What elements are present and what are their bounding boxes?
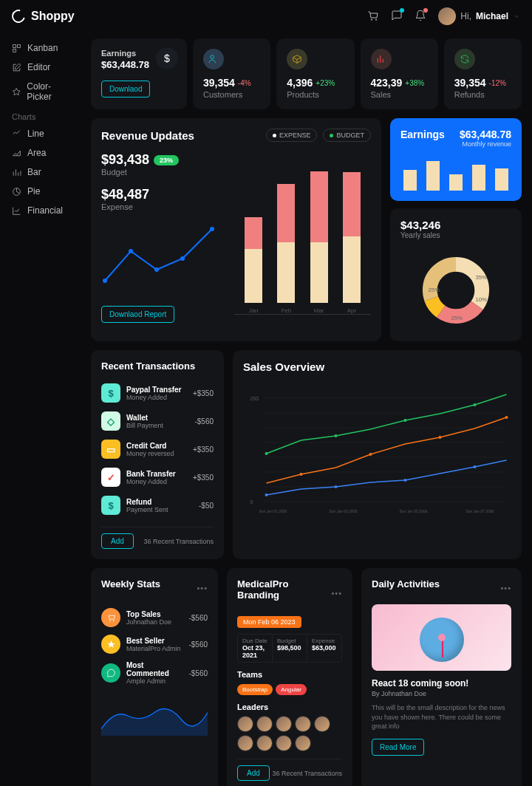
- stat-card-sales: 423,39+38%Sales: [361, 38, 438, 109]
- sidebar-item-pie[interactable]: Pie: [6, 182, 79, 201]
- sidebar-item-color-picker[interactable]: Color-Picker: [6, 77, 79, 106]
- sidebar-item-financial[interactable]: Financial: [6, 201, 79, 220]
- svg-text:0: 0: [250, 499, 253, 505]
- svg-rect-2: [13, 49, 16, 52]
- svg-text:Sun Jan 01 2006: Sun Jan 01 2006: [259, 509, 287, 513]
- teams-header: Teams: [237, 670, 342, 679]
- dollar-icon: $: [156, 47, 178, 69]
- sidebar-section-charts: Charts: [6, 106, 79, 124]
- med-footer: 36 Recent Transactions: [272, 770, 342, 777]
- revenue-bar-chart: JanFebMarApr: [234, 152, 371, 315]
- svg-point-6: [129, 249, 133, 253]
- add-button[interactable]: Add: [237, 765, 270, 781]
- sidebar-item-line[interactable]: Line: [6, 124, 79, 143]
- earn-panel-sub: Monthly revenue: [460, 140, 511, 148]
- weekly-title: Weekly Stats: [101, 578, 160, 590]
- team-badge: Angular: [276, 684, 307, 695]
- svg-text:Sun Jan 07 2006: Sun Jan 07 2006: [466, 509, 494, 513]
- brand-name: Shoppy: [31, 10, 75, 23]
- more-icon[interactable]: •••: [331, 589, 342, 598]
- user-name: Michael: [476, 11, 508, 21]
- download-button[interactable]: Downlaod: [101, 81, 150, 98]
- more-icon[interactable]: •••: [197, 584, 208, 592]
- avatar: [438, 7, 456, 25]
- sidebar-item-kanban[interactable]: Kanban: [6, 38, 79, 58]
- svg-point-9: [210, 227, 214, 231]
- read-more-button[interactable]: Read More: [372, 739, 424, 756]
- stat-card-products: 4,396+23%Products: [276, 38, 354, 109]
- transaction-icon: ▭: [101, 440, 120, 459]
- cart-icon[interactable]: [367, 10, 379, 22]
- transaction-item[interactable]: ▭Credit CardMoney reversed+$350: [101, 435, 214, 463]
- med-stat: Budget$98,500: [273, 635, 307, 662]
- legend-expense: EXPENSE: [266, 129, 318, 142]
- svg-point-39: [474, 465, 477, 468]
- transactions-card: Recent Transactions $Paypal TransferMone…: [91, 350, 224, 559]
- transaction-item[interactable]: ✓Bank TransferMoney Added+$350: [101, 463, 214, 491]
- svg-text:35%: 35%: [475, 274, 487, 281]
- weekly-icon: [101, 663, 120, 683]
- leaders-header: Leaders: [237, 703, 342, 711]
- svg-point-29: [335, 434, 338, 437]
- logo-icon: [10, 7, 28, 26]
- daily-author: By Johnathan Doe: [372, 690, 511, 697]
- svg-text:25%: 25%: [429, 287, 440, 293]
- sidebar: KanbanEditorColor-Picker Charts LineArea…: [0, 33, 85, 786]
- budget-value: $93,438: [101, 152, 149, 168]
- daily-description: This will be the small description for t…: [372, 703, 511, 731]
- earnings-panel: Earnings $63,448.78Monthly revenue: [390, 118, 522, 201]
- svg-point-28: [265, 452, 268, 455]
- transaction-icon: $: [101, 496, 120, 515]
- transaction-item[interactable]: $RefundPayment Sent-$50: [101, 491, 214, 519]
- earn-panel-title: Earnings: [400, 129, 445, 140]
- weekly-sparkline: [101, 696, 208, 740]
- add-button[interactable]: Add: [101, 533, 134, 549]
- sales-line-chart: 2600 Sun Jan 01 2006Sun Jan 03 2006Sun J…: [243, 383, 511, 516]
- yearly-label: Yearly sales: [400, 231, 511, 239]
- stat-card-customers: 39,354-4%Customers: [193, 38, 270, 109]
- weekly-item[interactable]: Most CommentedAmple Admin-$560: [101, 657, 208, 688]
- svg-point-34: [439, 436, 442, 439]
- transaction-item[interactable]: $Paypal TransferMoney Added+$350: [101, 379, 214, 407]
- svg-point-8: [180, 256, 185, 261]
- svg-point-35: [505, 416, 508, 419]
- sidebar-item-editor[interactable]: Editor: [6, 58, 79, 77]
- daily-title: Daily Activities: [372, 578, 440, 590]
- stat-icon: [371, 49, 392, 69]
- brand[interactable]: Shoppy: [12, 10, 75, 23]
- earn-panel-value: $63,448.78: [460, 129, 511, 140]
- stat-icon: [287, 49, 307, 69]
- transaction-item[interactable]: ◇WalletBill Payment-$560: [101, 407, 214, 435]
- transactions-footer: 36 Recent Transactions: [143, 538, 214, 545]
- stat-icon: [454, 49, 475, 69]
- weekly-stats-card: Weekly Stats••• Top SalesJohnathan Doe-$…: [91, 568, 218, 786]
- med-title: MedicalPro Branding: [237, 578, 331, 601]
- leaders-list: [237, 716, 342, 751]
- user-menu[interactable]: Hi,Michael: [438, 7, 520, 25]
- svg-point-36: [265, 493, 268, 496]
- weekly-item[interactable]: Top SalesJohnathan Doe-$560: [101, 604, 208, 631]
- svg-point-33: [369, 453, 372, 456]
- yearly-sales-card: $43,246 Yearly sales 35% 10% 25%: [390, 208, 522, 341]
- weekly-icon: [101, 608, 120, 627]
- donut-chart: 35% 10% 25% 25%: [415, 250, 497, 331]
- sidebar-item-bar[interactable]: Bar: [6, 163, 79, 182]
- svg-point-4: [211, 55, 214, 59]
- svg-point-38: [404, 479, 407, 482]
- svg-point-32: [300, 473, 303, 476]
- svg-point-7: [154, 267, 159, 272]
- sidebar-item-area[interactable]: Area: [6, 143, 79, 163]
- more-icon[interactable]: •••: [500, 584, 511, 592]
- transaction-icon: ✓: [101, 468, 120, 487]
- svg-rect-1: [18, 44, 21, 47]
- med-stat: Due DateOct 23, 2021: [238, 635, 273, 662]
- earnings-mini-chart: [400, 160, 511, 191]
- chevron-down-icon: [513, 13, 520, 20]
- sales-title: Sales Overview: [243, 360, 511, 373]
- budget-sparkline: [101, 222, 219, 295]
- weekly-item[interactable]: Best SellerMaterialPro Admin-$560: [101, 631, 208, 657]
- svg-point-5: [103, 278, 107, 283]
- budget-label: Budget: [101, 168, 219, 177]
- download-report-button[interactable]: Downlaod Report: [101, 306, 174, 323]
- sales-overview-card: Sales Overview 2600: [233, 350, 522, 559]
